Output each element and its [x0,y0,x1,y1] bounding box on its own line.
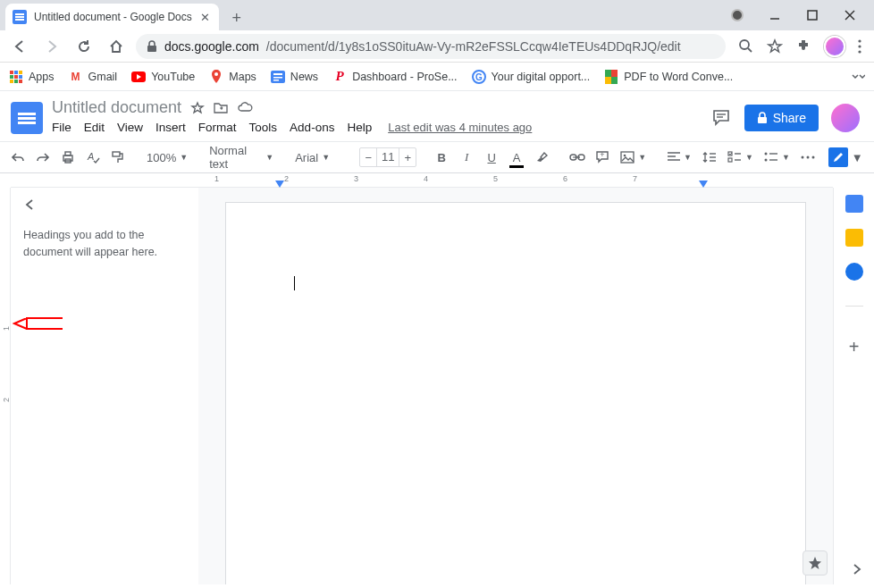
bookmark-google[interactable]: GYour digital opport... [472,70,591,84]
svg-point-51 [811,156,814,159]
keep-icon[interactable] [845,229,863,247]
font-size-increase[interactable]: + [399,148,416,166]
bookmark-label: Your digital opport... [492,71,591,83]
paint-format-button[interactable] [107,147,129,168]
share-button[interactable]: Share [744,105,819,131]
new-tab-button[interactable]: + [224,5,249,30]
window-close-icon[interactable] [844,9,856,21]
font-size-decrease[interactable]: − [360,148,376,166]
menu-file[interactable]: File [52,121,71,134]
nav-reload-button[interactable] [71,34,97,59]
explore-button[interactable] [803,550,828,575]
share-label: Share [773,111,806,125]
svg-text:G: G [475,72,483,82]
address-bar[interactable]: docs.google.com/document/d/1y8s1oSS0ituA… [136,34,726,59]
bookmark-youtube[interactable]: YouTube [131,70,195,84]
chevron-down-icon: ▼ [265,153,273,162]
docs-logo-icon[interactable] [11,102,43,134]
tab-title: Untitled document - Google Docs [34,11,192,23]
horizontal-ruler[interactable]: 1 2 3 4 5 6 7 [11,173,833,188]
nav-home-button[interactable] [104,34,129,59]
calendar-icon[interactable] [845,195,863,213]
window-maximize-icon[interactable] [806,9,819,21]
move-folder-icon[interactable] [214,101,228,115]
document-title[interactable]: Untitled document [52,98,181,117]
bookmarks-overflow-icon[interactable] [851,73,865,80]
docs-header: Untitled document File Edit View Insert … [0,91,874,134]
menu-edit[interactable]: Edit [84,121,105,134]
highlight-button[interactable] [531,147,552,168]
chevron-down-icon: ▼ [782,153,790,162]
lock-icon [147,40,157,53]
nav-back-button[interactable] [7,34,32,59]
bookmark-star-icon[interactable] [767,38,783,55]
star-icon[interactable] [190,101,205,115]
document-page[interactable] [225,202,806,584]
menu-tools[interactable]: Tools [249,121,278,134]
menu-addons[interactable]: Add-ons [290,121,334,134]
align-dropdown[interactable]: ▼ [664,152,695,163]
redo-button[interactable] [32,147,54,168]
comments-icon[interactable] [710,107,732,129]
vertical-ruler[interactable]: 1 2 [0,188,11,584]
italic-button[interactable]: I [456,147,477,168]
print-button[interactable] [57,147,79,168]
side-panel: + [833,188,874,584]
bookmark-pinterest[interactable]: PDashboard - ProSe... [332,70,457,84]
menu-help[interactable]: Help [347,121,372,134]
indent-marker-icon[interactable] [699,181,708,188]
add-comment-button[interactable]: + [592,147,613,168]
incognito-or-profile-icon[interactable] [731,9,744,21]
bookmark-label: Apps [29,71,55,83]
spellcheck-button[interactable]: A [82,147,104,168]
zoom-dropdown[interactable]: 100%▼ [143,151,191,164]
editing-mode-dropdown[interactable]: ▼ [822,145,870,170]
hide-side-panel-button[interactable] [853,563,861,575]
browser-tab-active[interactable]: Untitled document - Google Docs ✕ [5,4,219,30]
browser-profile-avatar[interactable] [824,36,845,57]
menu-view[interactable]: View [117,121,143,134]
font-size-value[interactable]: 11 [376,148,399,166]
last-edit-link[interactable]: Last edit was 4 minutes ago [388,121,532,134]
get-addons-button[interactable]: + [849,337,860,357]
apps-grid-icon [10,71,22,83]
menu-insert[interactable]: Insert [155,121,186,134]
document-outline-panel: Headings you add to the document will ap… [11,188,198,584]
svg-rect-43 [728,158,732,162]
svg-point-49 [801,156,803,159]
bookmark-apps[interactable]: Apps [9,70,55,84]
font-family-dropdown[interactable]: Arial▼ [291,151,345,164]
bookmark-news[interactable]: News [271,70,318,84]
text-color-button[interactable]: A [506,147,527,168]
tab-close-icon[interactable]: ✕ [199,11,212,23]
divider [845,306,863,307]
account-avatar[interactable] [831,104,860,132]
more-toolbar-button[interactable] [797,147,819,168]
undo-button[interactable] [7,147,29,168]
svg-rect-33 [621,152,634,163]
bold-button[interactable]: B [431,147,452,168]
pencil-icon [828,147,848,167]
menu-format[interactable]: Format [198,121,237,134]
tasks-icon[interactable] [845,263,863,281]
indent-marker-icon[interactable] [275,181,284,188]
document-canvas[interactable] [198,188,833,584]
line-spacing-dropdown[interactable] [699,151,720,164]
svg-point-9 [858,50,861,53]
insert-link-button[interactable] [567,147,588,168]
cloud-status-icon[interactable] [237,101,253,115]
bookmark-gmail[interactable]: MGmail [69,70,118,84]
chrome-menu-icon[interactable] [858,39,861,54]
bookmark-maps[interactable]: Maps [209,70,256,84]
underline-button[interactable]: U [481,147,502,168]
bulleted-list-dropdown[interactable]: ▼ [761,151,794,164]
checklist-dropdown[interactable]: ▼ [724,151,757,164]
extensions-icon[interactable] [795,38,811,55]
insert-image-dropdown[interactable]: ▼ [617,151,650,164]
search-icon[interactable] [738,38,754,55]
bookmark-pdf[interactable]: PDF to Word Conve... [604,70,733,84]
window-minimize-icon[interactable] [769,9,781,21]
paragraph-style-dropdown[interactable]: Normal text▼ [206,144,277,171]
outline-collapse-button[interactable] [23,198,41,211]
nav-forward-button[interactable] [39,34,64,59]
